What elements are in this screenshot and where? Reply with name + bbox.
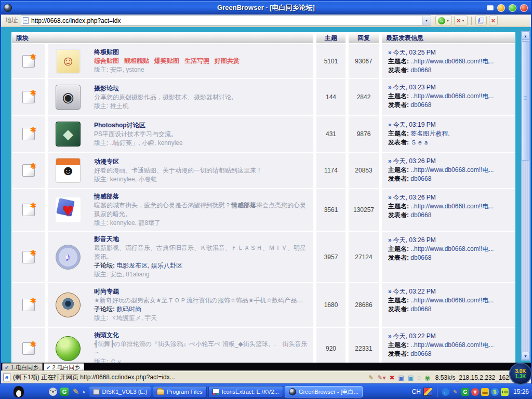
address-input[interactable]: http://0668.cc/index.php?act=idx ▼ [21,16,431,25]
pen-launcher-icon[interactable]: ✎ [72,388,80,396]
taskbar-button[interactable]: GreenBrowser - [电白... [285,386,363,397]
taskbar-button[interactable]: IconsExtract: E:\KV2... [208,386,283,397]
forum-sublink[interactable]: 综合贴图 [94,57,119,64]
subforum-links[interactable]: 数码时尚 [116,305,141,313]
moderator-names[interactable]: Ｃｙ [110,358,123,363]
camera-icon[interactable]: ◉ [56,85,81,110]
forum-sublink[interactable]: 生活写照 [184,57,209,64]
latest-arrow-icon[interactable]: » [388,84,392,91]
address-dropdown-icon[interactable]: ▼ [422,16,431,25]
forum-title-link[interactable]: 情感部落 [94,192,310,201]
tray-qq-icon[interactable]: ❋ [471,388,479,396]
scrollbar-thumb[interactable] [522,41,529,161]
latest-arrow-icon[interactable]: » [388,288,392,295]
moderator-names[interactable]: 安臣, 81aliang [110,271,150,278]
tray-lo-icon[interactable]: LO [501,388,509,396]
browser-tab[interactable]: ✔1-电白同乡... [2,363,43,371]
proxy-globe-icon[interactable]: ◉ [424,374,430,381]
maximize-button[interactable] [509,4,516,12]
photoshop-artwork-icon[interactable]: ◆ [56,122,81,147]
latest-topic-link[interactable]: ..http://www.db0668.com!!电... [410,92,494,100]
taskbar-button[interactable]: Program Files [153,386,206,397]
stop-images-button[interactable]: × ▼ [454,16,468,25]
eye-photo-icon[interactable] [56,292,81,317]
latest-poster-link[interactable]: db0668 [410,211,431,219]
subforum-links[interactable]: 电影发布区, 娱乐八卦区 [116,262,182,269]
heart-icon[interactable]: ♥ [56,197,81,222]
tray-updown-icon[interactable]: ⇅ [491,388,499,396]
moderator-names[interactable]: kennylee, 寵8壞了 [110,219,161,227]
forum-title-link[interactable]: Photoshop讨论区 [94,121,183,130]
latest-topic-link[interactable]: 签名图片教程. [410,130,449,137]
tray-lock-icon[interactable]: ▬ [481,388,489,396]
cartoon-character-icon[interactable]: ☻ [56,158,81,183]
latest-arrow-icon[interactable]: » [388,332,392,340]
latest-poster-link[interactable]: Ｓｅａ [410,139,429,146]
moderator-names[interactable]: ..喃釘莬」, 小瞬, kennylee [110,139,183,147]
taskbar-button[interactable]: DISK1_VOL3 (E:) [89,386,152,397]
stop-dropdown-icon[interactable]: ▼ [462,19,465,22]
language-bar-icon[interactable] [423,388,432,396]
latest-arrow-icon[interactable]: » [388,49,392,56]
start-penguin-icon[interactable] [14,386,24,397]
forum-title-link[interactable]: 终极贴图 [94,48,245,57]
close-button[interactable] [520,4,528,12]
browser-tab[interactable]: ✔2-电白同乡... [44,363,84,371]
highlighter-dropdown-icon[interactable]: ✎▾ [377,374,385,381]
latest-arrow-icon[interactable]: » [388,236,392,244]
minimize-button[interactable] [497,4,505,12]
latest-poster-link[interactable]: db0668 [410,66,431,74]
tray-pen-icon[interactable]: ✎ [451,388,459,396]
latest-arrow-icon[interactable]: » [388,157,392,165]
moderator-names[interactable]: ヾ垮護筀メ, 宇天 [110,314,157,322]
download-window-icon[interactable]: ▣ [408,374,414,381]
latest-topic-link[interactable]: ..http://www.db0668.com!!电... [410,297,494,304]
cat-launcher-icon[interactable]: ᵔᴥᵔ [49,388,57,396]
vertical-scrollbar[interactable]: ▲ ▼ [521,31,530,361]
go-button[interactable]: → ▼ [435,16,452,25]
language-indicator[interactable]: CH [412,388,421,395]
latest-topic-link[interactable]: ..http://www.db0668.com!!电... [410,245,494,252]
green-slime-icon[interactable] [56,336,81,361]
titlebar-panel-button[interactable] [487,5,494,10]
latest-topic-link[interactable]: ..http://www.db0668.com!!电... [410,203,494,210]
quicklaunch-overflow-icon[interactable]: ▸ [83,389,86,394]
tray-greenbrowser-icon[interactable]: G [461,388,469,396]
moderator-names[interactable]: 推土机 [110,102,129,110]
close-page-button[interactable]: × [489,16,498,25]
latest-poster-link[interactable]: db0668 [410,350,431,357]
forum-title-link[interactable]: 时尚专题 [94,287,303,296]
edit-icon[interactable]: ✎ [368,374,374,381]
latest-poster-link[interactable]: db0668 [410,175,431,182]
latest-poster-link[interactable]: db0668 [410,101,431,109]
forum-sublink[interactable]: 靓相靓贴 [124,57,149,64]
latest-arrow-icon[interactable]: » [388,121,392,128]
latest-poster-link[interactable]: db0668 [410,254,431,261]
forum-sublink[interactable]: 好图共赏 [215,57,240,64]
cascade-windows-button[interactable] [475,16,487,25]
tray-browser-icon[interactable]: ← [442,388,449,396]
latest-arrow-icon[interactable]: » [388,194,392,201]
net-speed-gauge[interactable]: 3.0K 1.3K [509,363,532,385]
latest-topic-link[interactable]: ..http://www.db0668.com!!电... [410,58,494,65]
new-window-icon[interactable]: ▣ [398,374,404,381]
forum-title-link[interactable]: 动漫专区 [94,157,262,166]
go-dropdown-icon[interactable]: ▼ [446,19,449,22]
latest-poster-link[interactable]: db0668 [410,305,431,313]
moderator-names[interactable]: kennylee, 小曼蛙 [110,176,157,183]
forum-title-link[interactable]: 摄影论坛 [94,84,237,93]
stop-icon[interactable]: ✖ [389,374,394,381]
forum-title-link[interactable]: 影音天地 [94,235,310,244]
address-url[interactable]: http://0668.cc/index.php?act=idx [31,17,121,24]
greenbrowser-launcher-icon[interactable]: G [60,388,69,396]
music-cd-icon[interactable]: ♪ [56,245,81,270]
scroll-down-icon[interactable]: ▼ [522,352,529,360]
moderator-names[interactable]: 安臣, ystone [110,66,144,73]
forum-title-link[interactable]: 街頭文化 [94,331,310,340]
santa-cartoon-icon[interactable]: ☺ [56,49,81,74]
forum-sublink[interactable]: 爆笑贴图 [154,57,179,64]
latest-topic-link[interactable]: ..http://www.db0668.com!!电... [410,166,494,174]
scroll-up-icon[interactable]: ▲ [522,32,529,40]
latest-topic-link[interactable]: ..http://www.db0668.com!!电... [410,341,494,349]
hand-drag-icon[interactable]: ◌ [417,374,421,381]
